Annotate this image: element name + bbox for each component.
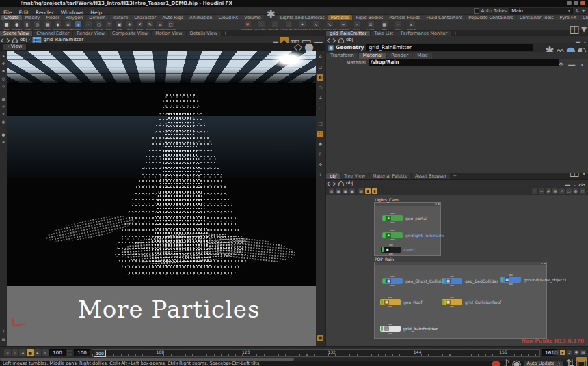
auto-takes-checkbox[interactable] <box>474 8 479 14</box>
auto-update-select[interactable]: Auto Update ▾ <box>524 361 564 366</box>
camera-lock-icon[interactable]: ▣ <box>317 335 323 341</box>
pane-tab-performance-monitor[interactable]: Performance Monitor <box>397 31 451 36</box>
shelf-tab-fluid-containers[interactable]: Fluid Containers <box>423 15 465 20</box>
timeline-ruler[interactable]: 100 108120132144156 <box>92 349 540 357</box>
gear-icon[interactable]: ✱ <box>266 8 275 20</box>
output-connector[interactable] <box>450 306 454 307</box>
current-frame-field[interactable]: 100 <box>74 349 90 356</box>
path-segment-grid-rainemitter[interactable]: grid_RainEmitter <box>44 37 83 42</box>
display-flag[interactable] <box>381 300 383 305</box>
input-connector[interactable] <box>450 297 454 298</box>
flag-orange-icon[interactable]: ▮ <box>372 188 377 194</box>
path-segment-obj[interactable]: obj <box>346 37 353 42</box>
shelf-tab-cloud-fx[interactable]: Cloud FX <box>215 15 241 20</box>
node-groundplane-object1[interactable]: ▦groundplane_object1 <box>500 277 521 283</box>
home-view-icon[interactable]: ⌂ <box>317 54 323 60</box>
caret-left-icon[interactable]: ‹ <box>8 44 10 50</box>
node-geo-roof[interactable]: ▦geo_Roof <box>380 299 401 305</box>
move-icon[interactable]: ✚ <box>2 68 5 74</box>
split-pane-icon[interactable]: ◫ <box>570 23 580 36</box>
image-icon[interactable]: ▤ <box>358 188 364 194</box>
output-connector[interactable] <box>390 222 395 223</box>
path-segment-obj[interactable]: obj <box>346 180 353 186</box>
take-select[interactable]: Main ▾ <box>509 8 573 14</box>
shelf-tab-animation[interactable]: Animation <box>187 15 215 20</box>
jump-start-icon[interactable]: « <box>4 349 11 356</box>
display-flag[interactable] <box>442 300 444 305</box>
input-connector[interactable] <box>388 324 392 325</box>
shelf-tab-lights-and-cameras[interactable]: Lights and Cameras <box>278 15 328 20</box>
minimize-button[interactable] <box>567 1 572 5</box>
shelf-tab-volume[interactable]: Volume <box>241 15 263 20</box>
input-connector[interactable] <box>388 297 392 298</box>
pane-tab-details-view[interactable]: Details View <box>187 31 221 36</box>
pane-tab-take-list[interactable]: Take List <box>371 31 397 36</box>
record-dot-icon[interactable]: ● <box>491 357 500 366</box>
align-icon[interactable]: ⊞ <box>552 188 558 194</box>
input-connector[interactable] <box>509 274 513 276</box>
snap-icon[interactable]: # <box>546 188 551 194</box>
wire-icon[interactable]: ○ <box>317 85 323 91</box>
view-tab[interactable]: ‹ View <box>3 44 26 50</box>
list-icon[interactable]: ≡ <box>329 188 334 194</box>
shelf-tab-pyro-fx[interactable]: Pyro FX <box>557 15 580 20</box>
close-button[interactable] <box>580 1 585 5</box>
display-flag[interactable] <box>383 279 385 283</box>
geometry-icon[interactable]: ▦ <box>1 96 5 102</box>
range-button[interactable] <box>67 350 72 352</box>
shelf-tab-particle-fluids[interactable]: Particle Fluids <box>386 15 423 20</box>
range-button[interactable] <box>67 353 72 356</box>
node-cam1[interactable]: ◉cam1 <box>381 247 401 253</box>
hand-icon[interactable]: ✥ <box>2 61 5 66</box>
group-select-icon[interactable]: □ <box>317 121 323 127</box>
input-connector[interactable] <box>390 276 395 277</box>
help-icon[interactable]: ? <box>3 329 5 335</box>
input-connector[interactable] <box>389 244 393 246</box>
new-tab-button[interactable]: + <box>451 31 459 36</box>
pane-tab-motion-view[interactable]: Motion View <box>152 31 186 36</box>
display-flag[interactable] <box>383 216 385 221</box>
node-geo-ghost-collision[interactable]: ▦geo_Ghost_Collision <box>382 278 403 284</box>
param-tab-material[interactable]: Material <box>359 53 386 59</box>
new-tab-button[interactable]: + <box>451 173 459 179</box>
display-flag[interactable] <box>381 326 383 331</box>
display-flag[interactable] <box>442 279 444 283</box>
display-flag[interactable] <box>383 233 385 238</box>
input-connector[interactable] <box>450 276 454 277</box>
dynamics-icon[interactable]: ✳ <box>2 104 5 109</box>
shade-icon[interactable]: ◐ <box>317 74 323 81</box>
handles-icon[interactable]: ✛ <box>317 162 323 168</box>
node-geo-portal[interactable]: ☀geo_portal <box>382 215 403 221</box>
output-connector[interactable] <box>390 285 395 286</box>
network-canvas[interactable]: Non-Public H13.0.178 Lights_Cam☀geo_port… <box>326 195 588 346</box>
output-connector[interactable] <box>388 333 392 334</box>
output-connector[interactable] <box>390 239 395 240</box>
input-connector[interactable] <box>390 230 395 231</box>
maximize-button[interactable] <box>574 1 578 5</box>
export-icon[interactable]: ↗ <box>559 188 565 194</box>
snap-icon[interactable]: # <box>2 139 5 145</box>
pane-tab-tree-view[interactable]: Tree View <box>340 173 369 179</box>
info-icon[interactable]: i <box>317 172 323 178</box>
speaker-icon[interactable]: ♪ <box>503 357 509 366</box>
shelf-tab-character[interactable]: Character <box>131 15 159 20</box>
netbox-pop-rain[interactable]: POP_Rain▦geo_Ghost_Collision▦geo_BedColl… <box>374 262 547 339</box>
play-icon[interactable]: ▸ <box>34 349 41 356</box>
pane-tab-render-view[interactable]: Render View <box>73 31 108 36</box>
audio-icon[interactable]: ♪ <box>567 350 572 355</box>
resize-arrows-icon[interactable]: ⇅ <box>565 357 574 366</box>
rotate-icon[interactable]: ◎ <box>2 76 5 81</box>
bell-icon[interactable]: ✦ <box>581 8 585 14</box>
pane-menu-icon[interactable]: ▾ <box>581 23 587 36</box>
shelf-tab-auto-rigs[interactable]: Auto Rigs <box>159 15 186 20</box>
shelf-tab-populate-containers[interactable]: Populate Containers <box>466 15 516 20</box>
lights-icon[interactable]: ☀ <box>2 111 5 117</box>
param-tab-misc[interactable]: Misc <box>413 53 431 59</box>
range-start-field[interactable]: 100 <box>49 349 66 356</box>
stop-icon[interactable]: ■ <box>27 349 34 356</box>
shelf-tab-rigid-bodies[interactable]: Rigid Bodies <box>353 15 386 20</box>
param-tab-render[interactable]: Render <box>387 53 412 59</box>
shelf-tab-cloth[interactable]: Cloth <box>580 15 588 20</box>
template-node-icon[interactable]: ▣ <box>349 188 355 194</box>
materials-icon[interactable]: ● <box>2 132 5 137</box>
